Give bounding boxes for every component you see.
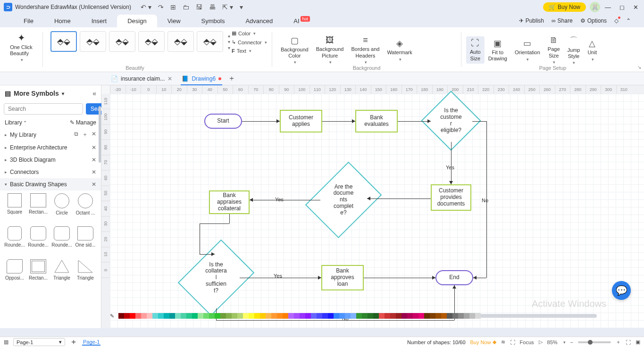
share-button[interactable]: ∞ Share: [552, 17, 573, 24]
color-swatch[interactable]: [277, 313, 283, 319]
theme-swatch[interactable]: ⬘⬙: [197, 31, 223, 52]
color-swatch[interactable]: [385, 313, 390, 319]
color-swatch[interactable]: [130, 313, 135, 319]
color-swatch[interactable]: [317, 313, 322, 319]
color-swatch[interactable]: [351, 313, 356, 319]
watermark-button[interactable]: ◈Watermark▾: [383, 36, 416, 63]
shape-triangle[interactable]: Triangle: [50, 259, 74, 292]
color-swatch[interactable]: [300, 313, 305, 319]
eyedropper-icon[interactable]: ✎: [110, 313, 117, 320]
color-swatch[interactable]: [249, 313, 254, 319]
theme-swatch[interactable]: ⬘⬙: [109, 31, 135, 52]
lib-item-connectors[interactable]: ▸Connectors✕: [0, 166, 101, 178]
theme-swatch[interactable]: ⬘⬙: [138, 31, 165, 52]
doc-tab-drawing6[interactable]: 📘 Drawing6: [177, 73, 226, 85]
color-swatch[interactable]: [135, 313, 141, 319]
maximize-icon[interactable]: ◻: [619, 4, 625, 11]
close-icon[interactable]: ✕: [633, 4, 638, 11]
shape-rectangle2[interactable]: Rectan...: [26, 259, 50, 292]
close-tab-icon[interactable]: ✕: [167, 75, 172, 82]
chat-fab[interactable]: 💬: [612, 281, 631, 300]
new-tab-button[interactable]: ＋: [226, 74, 237, 83]
color-swatch[interactable]: [345, 313, 351, 319]
color-swatch[interactable]: [322, 313, 328, 319]
add-icon[interactable]: ＋: [82, 131, 88, 139]
color-swatch[interactable]: [175, 313, 181, 319]
buy-now-link[interactable]: Buy Now ◆: [470, 339, 496, 345]
node-start[interactable]: Start: [204, 114, 242, 129]
menu-symbols[interactable]: Symbols: [191, 15, 235, 27]
node-bank-approves[interactable]: Bank approves loan: [321, 265, 364, 290]
color-swatch[interactable]: [373, 313, 379, 319]
color-swatch[interactable]: [232, 313, 237, 319]
redo-icon[interactable]: ↷: [158, 3, 164, 11]
one-click-beautify-button[interactable]: ✦ One Click Beautify▾: [5, 29, 37, 65]
color-swatch[interactable]: [396, 313, 401, 319]
color-swatch[interactable]: [226, 313, 232, 319]
background-picture-button[interactable]: 🖼Background Picture▾: [312, 33, 348, 66]
color-swatch[interactable]: [186, 313, 192, 319]
menu-view[interactable]: View: [157, 15, 191, 27]
auto-size-button[interactable]: ⛶Auto Size: [466, 36, 485, 63]
color-swatch[interactable]: [305, 313, 311, 319]
layers-icon[interactable]: ≋: [501, 339, 505, 345]
user-avatar[interactable]: 🐰: [590, 2, 600, 12]
new-icon[interactable]: ⊞: [170, 3, 176, 11]
orientation-button[interactable]: ▭Orientation▾: [511, 36, 544, 63]
shape-square[interactable]: Square: [3, 193, 26, 226]
node-is-eligible[interactable]: Is the custome r eligible?: [430, 99, 472, 142]
remove-icon[interactable]: ✕: [92, 144, 96, 151]
copy-icon[interactable]: ⧉: [74, 131, 78, 139]
color-swatch[interactable]: [169, 313, 175, 319]
color-swatch[interactable]: [430, 313, 435, 319]
page-tab[interactable]: Page-1: [82, 339, 100, 346]
gallery-next-icon[interactable]: ▾: [228, 39, 230, 44]
color-swatch[interactable]: [243, 313, 249, 319]
color-swatch[interactable]: [441, 313, 447, 319]
focus-label[interactable]: Focus: [520, 339, 534, 345]
color-swatch[interactable]: [334, 313, 339, 319]
color-swatch[interactable]: [452, 313, 458, 319]
color-swatch[interactable]: [260, 313, 266, 319]
color-swatch[interactable]: [464, 313, 469, 319]
undo-icon[interactable]: ↶ ▾: [141, 3, 151, 11]
color-swatch[interactable]: [198, 313, 203, 319]
color-swatch[interactable]: [158, 313, 164, 319]
node-customer-provides[interactable]: Customer provides documents: [431, 184, 471, 211]
doc-tab-insurance[interactable]: 📄 insurance claim...✕: [106, 73, 177, 85]
node-customer-applies[interactable]: Customer applies: [280, 110, 322, 132]
color-swatch[interactable]: [141, 313, 147, 319]
lib-item-enterprise[interactable]: ▸Enterprise Architecture✕: [0, 141, 101, 154]
buy-now-button[interactable]: 🛒 Buy Now: [543, 2, 586, 12]
color-swatch[interactable]: [458, 313, 464, 319]
zoom-in-button[interactable]: ＋: [616, 339, 621, 346]
color-swatch[interactable]: [390, 313, 396, 319]
node-is-sufficient[interactable]: Is the collatera l sufficien t?: [192, 247, 240, 308]
canvas[interactable]: Start Customer applies Bank evaluates Is…: [110, 94, 644, 328]
remove-icon[interactable]: ✕: [92, 169, 96, 175]
fit-page-icon[interactable]: ⛶: [626, 339, 631, 345]
shape-opposite[interactable]: Opposi...: [3, 259, 26, 292]
add-page-button[interactable]: ＋: [70, 337, 77, 347]
lib-item-3d-block[interactable]: ▸3D Block Diagram✕: [0, 154, 101, 166]
color-swatch[interactable]: [435, 313, 441, 319]
color-swatch[interactable]: [288, 313, 294, 319]
shape-rectangle[interactable]: Rectan...: [26, 193, 50, 226]
color-swatch[interactable]: [328, 313, 334, 319]
node-docs-complete[interactable]: Are the docume nts complet e?: [320, 169, 367, 231]
background-color-button[interactable]: ▢Background Color▾: [277, 33, 312, 66]
remove-icon[interactable]: ✕: [92, 157, 96, 163]
menu-design[interactable]: Design: [117, 15, 157, 27]
color-swatch[interactable]: [362, 313, 368, 319]
color-swatch[interactable]: [220, 313, 226, 319]
page-picker[interactable]: Page-1▾: [13, 338, 65, 346]
shape-circle[interactable]: Circle: [50, 193, 74, 226]
menu-ai[interactable]: AIhot: [283, 15, 320, 27]
theme-swatch[interactable]: ⬘⬙: [50, 31, 77, 52]
lib-item-my-library[interactable]: ▸My Library⧉＋✕: [0, 128, 101, 141]
sidebar-scrollbar[interactable]: [99, 106, 101, 163]
menu-home[interactable]: Home: [44, 15, 81, 27]
color-swatch[interactable]: [339, 313, 345, 319]
node-bank-evaluates[interactable]: Bank evaluates: [355, 110, 398, 132]
color-swatch[interactable]: [368, 313, 373, 319]
